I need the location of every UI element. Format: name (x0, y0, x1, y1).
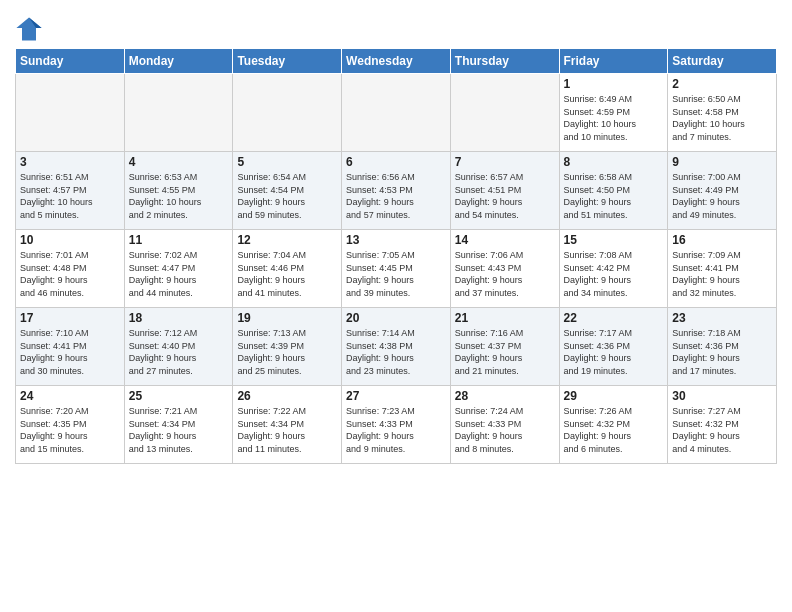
weekday-header-row: SundayMondayTuesdayWednesdayThursdayFrid… (16, 49, 777, 74)
weekday-header-saturday: Saturday (668, 49, 777, 74)
table-row: 19Sunrise: 7:13 AM Sunset: 4:39 PM Dayli… (233, 308, 342, 386)
day-number: 9 (672, 155, 772, 169)
header (15, 10, 777, 42)
day-number: 19 (237, 311, 337, 325)
day-number: 24 (20, 389, 120, 403)
day-info: Sunrise: 6:57 AM Sunset: 4:51 PM Dayligh… (455, 171, 555, 221)
day-info: Sunrise: 7:04 AM Sunset: 4:46 PM Dayligh… (237, 249, 337, 299)
table-row: 12Sunrise: 7:04 AM Sunset: 4:46 PM Dayli… (233, 230, 342, 308)
day-number: 26 (237, 389, 337, 403)
day-number: 18 (129, 311, 229, 325)
day-number: 11 (129, 233, 229, 247)
table-row: 3Sunrise: 6:51 AM Sunset: 4:57 PM Daylig… (16, 152, 125, 230)
day-number: 20 (346, 311, 446, 325)
day-number: 4 (129, 155, 229, 169)
day-number: 10 (20, 233, 120, 247)
day-number: 2 (672, 77, 772, 91)
day-number: 1 (564, 77, 664, 91)
weekday-header-friday: Friday (559, 49, 668, 74)
day-info: Sunrise: 7:09 AM Sunset: 4:41 PM Dayligh… (672, 249, 772, 299)
calendar-table: SundayMondayTuesdayWednesdayThursdayFrid… (15, 48, 777, 464)
day-number: 30 (672, 389, 772, 403)
table-row: 4Sunrise: 6:53 AM Sunset: 4:55 PM Daylig… (124, 152, 233, 230)
table-row: 1Sunrise: 6:49 AM Sunset: 4:59 PM Daylig… (559, 74, 668, 152)
table-row (342, 74, 451, 152)
table-row: 23Sunrise: 7:18 AM Sunset: 4:36 PM Dayli… (668, 308, 777, 386)
day-number: 21 (455, 311, 555, 325)
table-row: 24Sunrise: 7:20 AM Sunset: 4:35 PM Dayli… (16, 386, 125, 464)
day-info: Sunrise: 7:12 AM Sunset: 4:40 PM Dayligh… (129, 327, 229, 377)
day-info: Sunrise: 6:56 AM Sunset: 4:53 PM Dayligh… (346, 171, 446, 221)
table-row: 10Sunrise: 7:01 AM Sunset: 4:48 PM Dayli… (16, 230, 125, 308)
table-row: 7Sunrise: 6:57 AM Sunset: 4:51 PM Daylig… (450, 152, 559, 230)
day-info: Sunrise: 7:26 AM Sunset: 4:32 PM Dayligh… (564, 405, 664, 455)
day-number: 14 (455, 233, 555, 247)
calendar-week-row: 10Sunrise: 7:01 AM Sunset: 4:48 PM Dayli… (16, 230, 777, 308)
logo-icon (15, 14, 43, 42)
table-row: 25Sunrise: 7:21 AM Sunset: 4:34 PM Dayli… (124, 386, 233, 464)
weekday-header-monday: Monday (124, 49, 233, 74)
day-number: 17 (20, 311, 120, 325)
day-info: Sunrise: 7:13 AM Sunset: 4:39 PM Dayligh… (237, 327, 337, 377)
day-number: 22 (564, 311, 664, 325)
day-info: Sunrise: 7:01 AM Sunset: 4:48 PM Dayligh… (20, 249, 120, 299)
day-info: Sunrise: 7:16 AM Sunset: 4:37 PM Dayligh… (455, 327, 555, 377)
table-row: 26Sunrise: 7:22 AM Sunset: 4:34 PM Dayli… (233, 386, 342, 464)
day-info: Sunrise: 7:24 AM Sunset: 4:33 PM Dayligh… (455, 405, 555, 455)
day-number: 25 (129, 389, 229, 403)
day-info: Sunrise: 7:23 AM Sunset: 4:33 PM Dayligh… (346, 405, 446, 455)
weekday-header-thursday: Thursday (450, 49, 559, 74)
day-info: Sunrise: 7:17 AM Sunset: 4:36 PM Dayligh… (564, 327, 664, 377)
table-row: 30Sunrise: 7:27 AM Sunset: 4:32 PM Dayli… (668, 386, 777, 464)
weekday-header-tuesday: Tuesday (233, 49, 342, 74)
day-number: 8 (564, 155, 664, 169)
day-info: Sunrise: 6:58 AM Sunset: 4:50 PM Dayligh… (564, 171, 664, 221)
table-row: 5Sunrise: 6:54 AM Sunset: 4:54 PM Daylig… (233, 152, 342, 230)
table-row: 27Sunrise: 7:23 AM Sunset: 4:33 PM Dayli… (342, 386, 451, 464)
table-row: 22Sunrise: 7:17 AM Sunset: 4:36 PM Dayli… (559, 308, 668, 386)
table-row: 15Sunrise: 7:08 AM Sunset: 4:42 PM Dayli… (559, 230, 668, 308)
table-row (16, 74, 125, 152)
calendar-week-row: 1Sunrise: 6:49 AM Sunset: 4:59 PM Daylig… (16, 74, 777, 152)
table-row: 21Sunrise: 7:16 AM Sunset: 4:37 PM Dayli… (450, 308, 559, 386)
table-row: 16Sunrise: 7:09 AM Sunset: 4:41 PM Dayli… (668, 230, 777, 308)
day-info: Sunrise: 7:21 AM Sunset: 4:34 PM Dayligh… (129, 405, 229, 455)
page-container: SundayMondayTuesdayWednesdayThursdayFrid… (0, 0, 792, 469)
table-row: 9Sunrise: 7:00 AM Sunset: 4:49 PM Daylig… (668, 152, 777, 230)
day-info: Sunrise: 7:02 AM Sunset: 4:47 PM Dayligh… (129, 249, 229, 299)
day-info: Sunrise: 6:53 AM Sunset: 4:55 PM Dayligh… (129, 171, 229, 221)
day-info: Sunrise: 7:08 AM Sunset: 4:42 PM Dayligh… (564, 249, 664, 299)
table-row: 13Sunrise: 7:05 AM Sunset: 4:45 PM Dayli… (342, 230, 451, 308)
day-number: 13 (346, 233, 446, 247)
day-number: 23 (672, 311, 772, 325)
day-info: Sunrise: 7:22 AM Sunset: 4:34 PM Dayligh… (237, 405, 337, 455)
table-row: 18Sunrise: 7:12 AM Sunset: 4:40 PM Dayli… (124, 308, 233, 386)
table-row: 11Sunrise: 7:02 AM Sunset: 4:47 PM Dayli… (124, 230, 233, 308)
table-row: 29Sunrise: 7:26 AM Sunset: 4:32 PM Dayli… (559, 386, 668, 464)
day-number: 28 (455, 389, 555, 403)
day-number: 27 (346, 389, 446, 403)
table-row: 17Sunrise: 7:10 AM Sunset: 4:41 PM Dayli… (16, 308, 125, 386)
weekday-header-wednesday: Wednesday (342, 49, 451, 74)
day-info: Sunrise: 7:18 AM Sunset: 4:36 PM Dayligh… (672, 327, 772, 377)
table-row: 8Sunrise: 6:58 AM Sunset: 4:50 PM Daylig… (559, 152, 668, 230)
day-number: 5 (237, 155, 337, 169)
day-info: Sunrise: 6:49 AM Sunset: 4:59 PM Dayligh… (564, 93, 664, 143)
logo (15, 14, 47, 42)
day-info: Sunrise: 7:14 AM Sunset: 4:38 PM Dayligh… (346, 327, 446, 377)
table-row: 28Sunrise: 7:24 AM Sunset: 4:33 PM Dayli… (450, 386, 559, 464)
weekday-header-sunday: Sunday (16, 49, 125, 74)
day-info: Sunrise: 6:51 AM Sunset: 4:57 PM Dayligh… (20, 171, 120, 221)
table-row (124, 74, 233, 152)
table-row: 6Sunrise: 6:56 AM Sunset: 4:53 PM Daylig… (342, 152, 451, 230)
day-info: Sunrise: 7:06 AM Sunset: 4:43 PM Dayligh… (455, 249, 555, 299)
day-number: 16 (672, 233, 772, 247)
day-number: 29 (564, 389, 664, 403)
calendar-week-row: 17Sunrise: 7:10 AM Sunset: 4:41 PM Dayli… (16, 308, 777, 386)
day-number: 15 (564, 233, 664, 247)
day-info: Sunrise: 6:50 AM Sunset: 4:58 PM Dayligh… (672, 93, 772, 143)
day-number: 3 (20, 155, 120, 169)
calendar-week-row: 3Sunrise: 6:51 AM Sunset: 4:57 PM Daylig… (16, 152, 777, 230)
day-number: 12 (237, 233, 337, 247)
day-number: 6 (346, 155, 446, 169)
